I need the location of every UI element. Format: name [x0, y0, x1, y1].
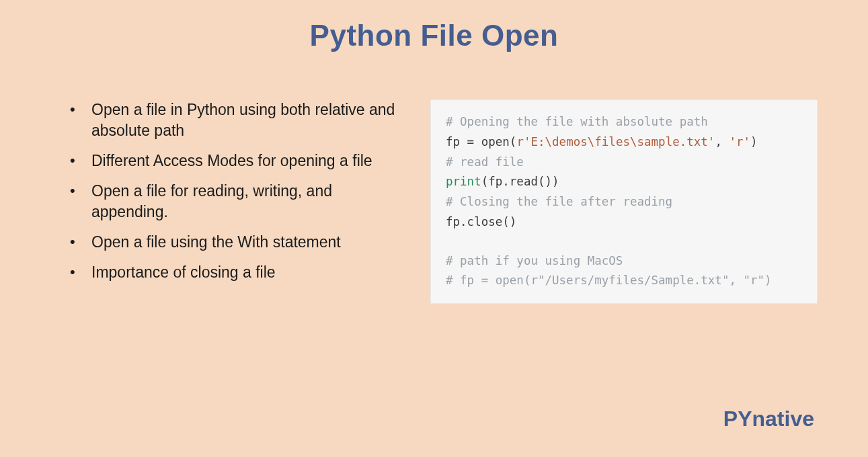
code-block: # Opening the file with absolute path fp… [430, 99, 818, 304]
code-fn: (fp.read()) [481, 175, 559, 188]
bullet-item: Different Access Modes for opening a fil… [67, 151, 403, 171]
code-str: r'E:\demos\files\sample.txt' [516, 135, 715, 149]
code-line: # Closing the file after reading [446, 192, 802, 212]
code-op: ) [750, 135, 758, 149]
code-kw: print [446, 175, 481, 188]
code-line: fp = open(r'E:\demos\files\sample.txt', … [446, 132, 802, 153]
code-line: # read file [446, 153, 802, 173]
footer-brand: PYnative [723, 407, 814, 431]
code-blank [446, 233, 802, 251]
code-op: , [715, 135, 729, 149]
code-line: # path if you using MacOS [446, 251, 802, 272]
bullet-list: Open a file in Python using both relativ… [67, 99, 403, 304]
code-fn: open( [474, 135, 516, 149]
code-line: fp.close() [446, 212, 802, 233]
content-row: Open a file in Python using both relativ… [0, 52, 868, 304]
code-str: 'r' [729, 135, 750, 149]
code-line: # fp = open(r"/Users/myfiles/Sample.txt"… [446, 271, 802, 291]
code-id: fp [446, 135, 467, 149]
page-title: Python File Open [0, 0, 868, 52]
bullet-item: Open a file using the With statement [67, 232, 403, 253]
code-line: # Opening the file with absolute path [446, 112, 802, 132]
bullet-item: Open a file in Python using both relativ… [67, 99, 403, 141]
code-op: = [467, 135, 475, 149]
code-line: print(fp.read()) [446, 172, 802, 192]
bullet-item: Open a file for reading, writing, and ap… [67, 181, 403, 222]
bullet-item: Importance of closing a file [67, 262, 403, 283]
